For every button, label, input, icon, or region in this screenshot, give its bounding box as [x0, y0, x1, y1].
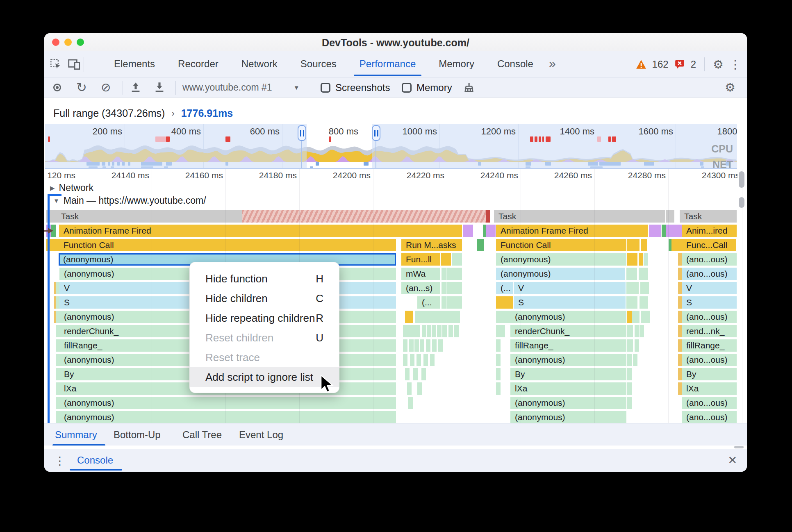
flame-event-sliver[interactable] — [657, 225, 661, 237]
tab-memory[interactable]: Memory — [427, 51, 486, 77]
flame-event-sliver[interactable] — [415, 325, 420, 337]
flame-event-sliver[interactable] — [640, 325, 644, 337]
flame-event-sliver[interactable] — [414, 339, 419, 352]
flame-event[interactable]: V — [514, 282, 626, 294]
flame-event-sliver[interactable] — [626, 296, 637, 309]
flame-event[interactable]: rend...nk_ — [682, 325, 737, 337]
flame-event[interactable]: fillRange_ — [682, 339, 737, 352]
flame-event-sliver[interactable] — [427, 325, 431, 337]
flame-event-sliver[interactable] — [491, 225, 496, 237]
kebab-menu-icon[interactable]: ⋮ — [729, 59, 741, 70]
settings-gear-icon[interactable]: ⚙ — [713, 59, 724, 70]
selection-handle-left[interactable] — [298, 125, 306, 141]
flame-event-sliver[interactable] — [430, 354, 435, 366]
flame-event-sliver[interactable] — [408, 397, 413, 409]
flame-event[interactable]: lXa — [510, 382, 626, 395]
flame-event[interactable]: (an...s) — [401, 282, 440, 294]
flame-event-sliver[interactable] — [496, 382, 501, 395]
flame-event-sliver[interactable] — [644, 253, 648, 266]
context-menu-item[interactable]: Add script to ignore list — [190, 367, 339, 387]
context-menu-item[interactable]: Reset childrenU — [190, 328, 339, 348]
flame-event-sliver[interactable] — [627, 339, 633, 352]
flame-event[interactable]: (anonymous) — [510, 354, 626, 366]
flame-event[interactable]: (... — [417, 296, 440, 309]
flame-event[interactable]: By — [510, 368, 626, 380]
flame-event-sliver[interactable] — [496, 325, 501, 337]
flame-event[interactable]: fillRange_ — [510, 339, 626, 352]
flame-event-sliver[interactable] — [627, 397, 632, 409]
flame-event-sliver[interactable] — [403, 339, 407, 352]
flame-event-sliver[interactable] — [454, 325, 459, 337]
flame-event[interactable]: Task — [680, 210, 737, 223]
flame-event-sliver[interactable] — [410, 325, 415, 337]
garbage-collect-icon[interactable] — [463, 82, 475, 93]
flame-event[interactable]: Task — [57, 210, 242, 223]
flame-event-sliver[interactable] — [448, 325, 453, 337]
flame-event[interactable]: Function Call — [59, 239, 396, 251]
disclosure-expanded-icon[interactable]: ▼ — [53, 197, 59, 204]
flame-event-sliver[interactable] — [417, 382, 422, 395]
flame-event[interactable]: (ano...ous) — [682, 311, 737, 323]
flame-event[interactable]: Animation Frame Fired — [59, 225, 462, 237]
main-track-header[interactable]: ▼ Main — https://www.youtube.com/ — [44, 194, 738, 207]
flame-event-sliver[interactable] — [627, 354, 632, 366]
chevron-down-icon[interactable]: ▼ — [294, 84, 300, 91]
flame-event-sliver[interactable] — [409, 339, 414, 352]
flame-event-sliver[interactable] — [405, 368, 410, 380]
flame-event[interactable]: Fun...ll — [401, 253, 440, 266]
flame-event-sliver[interactable] — [438, 339, 443, 352]
record-button[interactable] — [53, 84, 61, 91]
flame-event[interactable]: V — [682, 282, 737, 294]
history-dropdown[interactable]: www.youtube.com #1 — [182, 82, 272, 93]
selection-handle-right[interactable] — [372, 125, 380, 141]
vertical-scrollbar-thumb[interactable] — [739, 171, 744, 188]
flame-event[interactable]: S — [682, 296, 737, 309]
flame-event-sliver[interactable] — [421, 368, 426, 380]
flame-event-sliver[interactable] — [413, 368, 418, 380]
flame-event[interactable]: Func...Call — [682, 239, 736, 251]
flame-event[interactable]: By — [682, 368, 737, 380]
flame-event-sliver[interactable] — [469, 225, 473, 237]
flame-event[interactable]: (ano...ous) — [682, 397, 737, 409]
flame-event-sliver[interactable] — [626, 282, 639, 294]
flame-event-sliver[interactable] — [496, 296, 513, 309]
context-menu-item[interactable]: Hide childrenC — [190, 289, 339, 308]
tab-network[interactable]: Network — [230, 51, 289, 77]
flame-event[interactable]: Run M...asks — [401, 239, 462, 251]
flame-event[interactable]: Task — [494, 210, 665, 223]
flame-event[interactable]: lXa — [682, 382, 737, 395]
flame-event-sliver[interactable] — [428, 311, 432, 323]
flame-event[interactable]: Function Call — [496, 239, 626, 251]
flame-event[interactable]: (anonymous) — [59, 411, 396, 423]
capture-settings-gear-icon[interactable]: ⚙ — [725, 82, 735, 93]
tab-elements[interactable]: Elements — [102, 51, 166, 77]
flame-event-sliver[interactable] — [441, 253, 451, 266]
tab-console[interactable]: Console — [486, 51, 545, 77]
breadcrumb-full-range[interactable]: Full range (34307.26ms) — [53, 107, 165, 119]
flame-chart[interactable]: TaskTaskTaskAnimation Frame FiredAnimati… — [44, 210, 738, 423]
flame-event-sliver[interactable] — [506, 311, 510, 323]
flame-event-sliver[interactable] — [496, 368, 501, 380]
flame-event[interactable]: mWa — [401, 268, 440, 280]
disclosure-collapsed-icon[interactable]: ▶ — [50, 184, 55, 192]
flame-event-sliver[interactable] — [442, 325, 447, 337]
flame-event-sliver[interactable] — [641, 239, 647, 251]
flame-event[interactable]: (ano...ous) — [682, 354, 737, 366]
flame-event[interactable]: S — [514, 296, 626, 309]
flame-event-sliver[interactable] — [423, 354, 428, 366]
flame-event-sliver[interactable] — [480, 239, 484, 251]
save-profile-icon[interactable] — [154, 82, 165, 93]
tab-event-log[interactable]: Event Log — [239, 423, 283, 446]
flame-event-sliver[interactable] — [432, 325, 436, 337]
flame-event-sliver[interactable] — [644, 296, 648, 309]
network-track-header[interactable]: ▶ Network — [44, 182, 738, 194]
context-menu-item[interactable]: Reset trace — [190, 348, 339, 367]
flame-event-sliver[interactable] — [242, 210, 486, 223]
flame-event-sliver[interactable] — [442, 296, 446, 309]
vertical-scrollbar-thumb[interactable] — [739, 197, 744, 208]
flame-event-sliver[interactable] — [486, 210, 490, 223]
flame-event-sliver[interactable] — [627, 382, 632, 395]
flame-event-sliver[interactable] — [451, 268, 462, 280]
flame-event-sliver[interactable] — [633, 354, 637, 366]
horizontal-scrollbar[interactable] — [44, 446, 747, 449]
